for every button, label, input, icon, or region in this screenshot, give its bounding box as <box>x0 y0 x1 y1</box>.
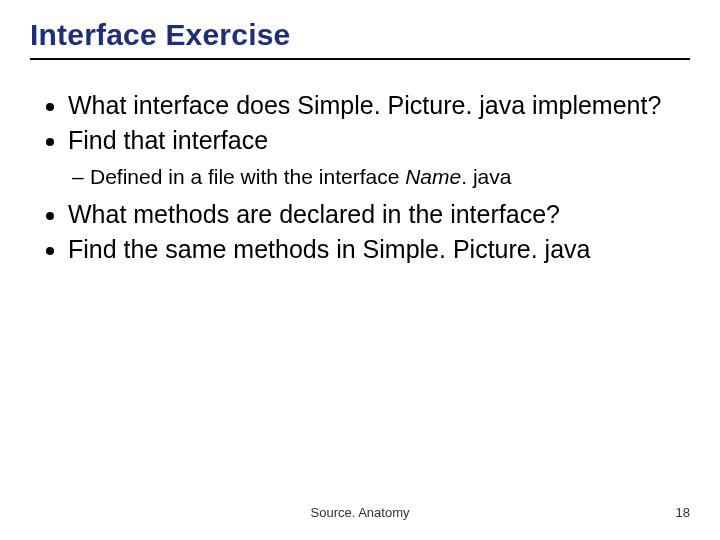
page-number: 18 <box>676 505 690 520</box>
bullet-item: What interface does Simple. Picture. jav… <box>68 90 690 121</box>
sub-bullet-item: Defined in a file with the interface Nam… <box>90 163 690 191</box>
sub-bullet-list: Defined in a file with the interface Nam… <box>68 163 690 191</box>
bullet-item: Find that interface Defined in a file wi… <box>68 125 690 191</box>
bullet-item: What methods are declared in the interfa… <box>68 199 690 230</box>
sub-bullet-suffix: . java <box>461 165 511 188</box>
footer-label: Source. Anatomy <box>0 505 720 520</box>
slide: Interface Exercise What interface does S… <box>0 0 720 540</box>
bullet-item: Find the same methods in Simple. Picture… <box>68 234 690 265</box>
slide-title: Interface Exercise <box>30 18 690 60</box>
sub-bullet-name: Name <box>405 165 461 188</box>
bullet-list: What interface does Simple. Picture. jav… <box>40 90 690 265</box>
bullet-text: Find that interface <box>68 126 268 154</box>
sub-bullet-prefix: Defined in a file with the interface <box>90 165 405 188</box>
